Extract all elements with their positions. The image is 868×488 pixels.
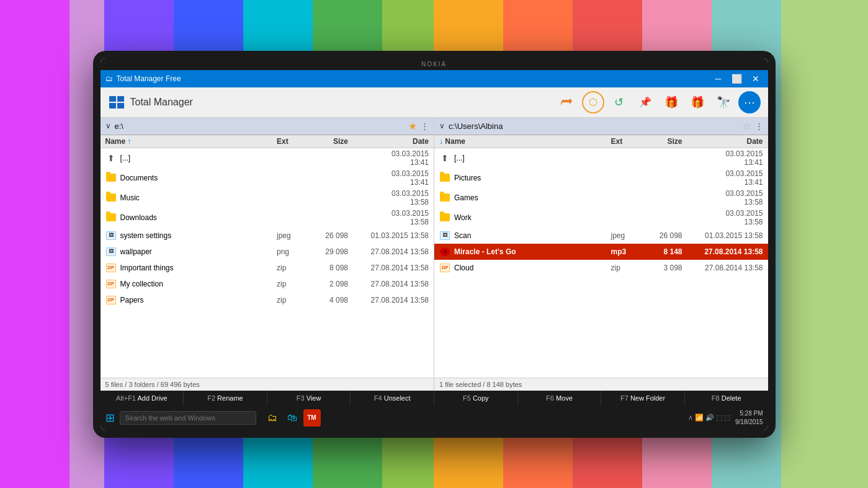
fkey-label: F8 xyxy=(712,394,720,402)
fkey-button[interactable]: F3 View xyxy=(267,391,351,406)
system-tray-icons: ∧ 📶 🔊 ⬚ ⬚ xyxy=(688,414,730,422)
right-col-date: Date xyxy=(682,137,763,146)
file-date: 03.03.2015 13:41 xyxy=(391,149,429,167)
list-item[interactable]: ZIP Important things zip 8 098 27.08.201… xyxy=(101,260,434,276)
file-name: Scan xyxy=(454,231,611,240)
share-button[interactable]: ⮫ xyxy=(556,91,578,113)
list-item[interactable]: ZIP Papers zip 4 098 27.08.2014 13:58 xyxy=(101,292,434,308)
fkey-button[interactable]: F6 Move xyxy=(518,391,602,406)
list-item[interactable]: Miracle - Let's Go mp3 8 148 27.08.2014 … xyxy=(434,244,768,260)
fkey-button[interactable]: F7 New Folder xyxy=(601,391,685,406)
right-path-arrow: ∨ xyxy=(439,122,445,130)
list-item[interactable]: ZIP My collection zip 2 098 27.08.2014 1… xyxy=(101,276,434,292)
fkey-button[interactable]: F8 Delete xyxy=(685,391,768,406)
title-bar-controls: ─ ⬜ ✕ xyxy=(712,73,763,85)
list-item[interactable]: Documents 03.03.2015 13:41 xyxy=(101,168,434,188)
left-pane: ∨ e:\ ★ ⋮ Name ↑ Ext Size Date ⬆ xyxy=(101,118,435,391)
binoculars-button[interactable]: 🔭 xyxy=(712,91,735,113)
file-size: 3 098 xyxy=(642,264,682,272)
file-name: Downloads xyxy=(120,213,358,222)
right-status-bar: 1 file selected / 8 148 bytes xyxy=(434,378,768,391)
app-logo: Total Manager xyxy=(108,94,193,111)
file-icon: ZIP xyxy=(439,262,450,273)
more-button[interactable]: ⋯ xyxy=(738,91,761,113)
file-ext: zip xyxy=(611,264,642,272)
title-bar: 🗂 Total Manager Free ─ ⬜ ✕ xyxy=(101,70,768,87)
file-size: 03.03.2015 13:58 xyxy=(388,209,429,226)
file-ext: zip xyxy=(277,280,308,288)
file-icon: 🖼 xyxy=(105,230,117,241)
left-path-menu-icon[interactable]: ⋮ xyxy=(421,122,429,131)
close-button[interactable]: ✕ xyxy=(748,73,763,85)
left-col-size: Size xyxy=(308,137,348,146)
file-date: 27.08.2014 13:58 xyxy=(348,280,429,288)
gift1-button[interactable]: 🎁 xyxy=(660,91,682,113)
fkey-button[interactable]: Alt+F1 Add Drive xyxy=(101,391,184,406)
file-name: Music xyxy=(120,193,358,202)
file-name: Pictures xyxy=(454,174,692,182)
fkey-action: Move xyxy=(556,394,573,402)
file-icon: ZIP xyxy=(105,278,117,290)
file-date: 03.03.2015 13:41 xyxy=(725,149,763,167)
fkey-button[interactable]: F2 Rename xyxy=(184,391,267,406)
file-icon xyxy=(439,172,450,184)
list-item[interactable]: 🖼 Scan jpeg 26 098 01.03.2015 13:58 xyxy=(434,228,768,244)
left-path-text[interactable]: e:\ xyxy=(115,122,405,131)
right-path-bar: ∨ c:\Users\Albina ☆ ⋮ xyxy=(434,118,768,135)
gift2-button[interactable]: 🎁 xyxy=(686,91,709,113)
file-icon: ZIP xyxy=(105,262,117,273)
list-item[interactable]: 🖼 wallpaper png 29 098 27.08.2014 13:58 xyxy=(101,244,434,260)
right-col-header: ↓ Name Ext Size Date xyxy=(434,135,768,148)
fkey-button[interactable]: F5 Copy xyxy=(434,391,518,406)
right-path-text[interactable]: c:\Users\Albina xyxy=(449,122,739,131)
list-item[interactable]: Music 03.03.2015 13:58 xyxy=(101,188,434,208)
taskbar-right: ∧ 📶 🔊 ⬚ ⬚ 5:28 PM 9/18/2015 xyxy=(688,409,763,427)
left-file-list: ⬆ [...] 03.03.2015 13:41 Documents 03.03… xyxy=(101,148,434,378)
list-item[interactable]: 🖼 system settings jpeg 26 098 01.03.2015… xyxy=(101,228,434,244)
left-favorite-icon[interactable]: ★ xyxy=(408,120,417,132)
list-item[interactable]: ⬆ [...] 03.03.2015 13:41 xyxy=(434,148,768,168)
file-name: [...] xyxy=(454,154,692,162)
file-icon xyxy=(105,172,117,184)
file-date: 03.03.2015 13:58 xyxy=(391,209,429,226)
maximize-button[interactable]: ⬜ xyxy=(728,73,746,85)
file-ext: zip xyxy=(277,296,308,304)
svg-rect-3 xyxy=(117,103,124,109)
app-toolbar: Total Manager ⮫ ⬡ ↺ 📌 🎁 🎁 🔭 ⋯ xyxy=(101,87,768,118)
fkey-action: Unselect xyxy=(384,394,411,402)
file-ext: jpeg xyxy=(277,231,308,240)
refresh-button[interactable]: ↺ xyxy=(608,91,630,113)
start-button[interactable]: ⊞ xyxy=(105,411,115,425)
fkey-action: Delete xyxy=(722,394,741,402)
minimize-button[interactable]: ─ xyxy=(712,73,725,85)
list-item[interactable]: Work 03.03.2015 13:58 xyxy=(434,208,768,228)
logo-icon xyxy=(108,94,125,111)
file-name: system settings xyxy=(120,231,277,240)
app-icon-taskbar[interactable]: TM xyxy=(303,409,321,427)
list-item[interactable]: ZIP Cloud zip 3 098 27.08.2014 13:58 xyxy=(434,260,768,276)
file-name: My collection xyxy=(120,280,277,288)
pin-button[interactable]: 📌 xyxy=(634,91,656,113)
right-favorite-icon[interactable]: ☆ xyxy=(743,120,751,132)
file-ext: zip xyxy=(277,264,308,272)
svg-rect-0 xyxy=(109,96,116,102)
select-button[interactable]: ⬡ xyxy=(582,91,604,113)
right-path-menu-icon[interactable]: ⋮ xyxy=(755,122,763,131)
file-size: 03.03.2015 13:41 xyxy=(723,169,763,187)
left-status-bar: 5 files / 3 folders / 69 496 bytes xyxy=(101,378,434,391)
list-item[interactable]: ⬆ [...] 03.03.2015 13:41 xyxy=(101,148,434,168)
fkey-button[interactable]: F4 Unselect xyxy=(351,391,434,406)
store-icon[interactable]: 🛍 xyxy=(284,409,301,427)
file-explorer-icon[interactable]: 🗂 xyxy=(264,409,281,427)
file-icon xyxy=(439,246,450,257)
nokia-label: NOKIA xyxy=(101,58,768,70)
file-ext: mp3 xyxy=(611,247,642,256)
file-name: Important things xyxy=(120,264,277,272)
left-col-header: Name ↑ Ext Size Date xyxy=(101,135,434,148)
list-item[interactable]: Pictures 03.03.2015 13:41 xyxy=(434,168,768,188)
list-item[interactable]: Games 03.03.2015 13:58 xyxy=(434,188,768,208)
left-col-ext: Ext xyxy=(277,137,308,146)
taskbar-search-input[interactable] xyxy=(120,411,256,425)
list-item[interactable]: Downloads 03.03.2015 13:58 xyxy=(101,208,434,228)
fkey-label: F4 xyxy=(374,394,382,402)
